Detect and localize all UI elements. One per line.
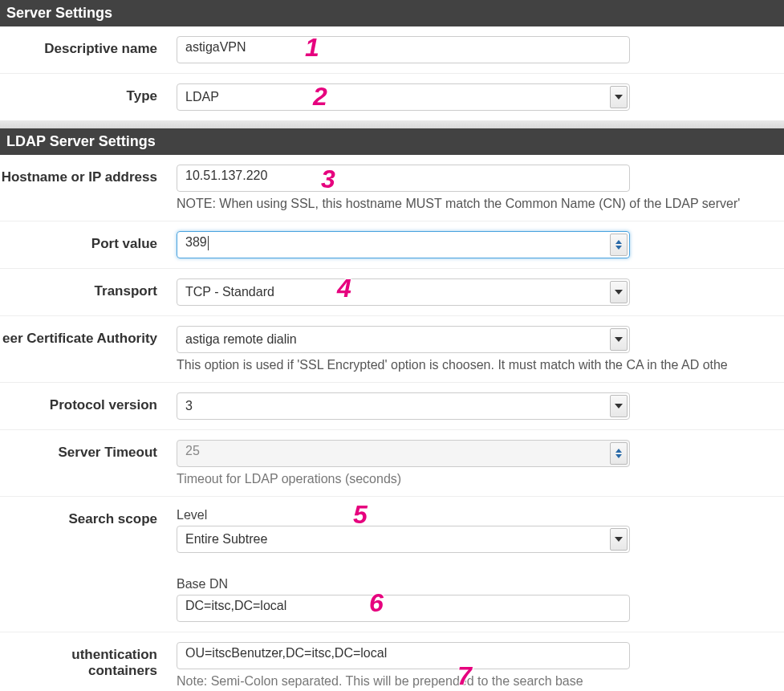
row-type: Type LDAP 2 — [0, 74, 784, 120]
spinner-icon[interactable] — [610, 234, 628, 256]
row-timeout: Server Timeout 25 Timeout for LDAP opera… — [0, 430, 784, 497]
spinner-icon[interactable] — [610, 442, 628, 465]
auth-containers-help: Note: Semi-Colon separated. This will be… — [177, 674, 778, 689]
type-select-value: LDAP — [185, 90, 219, 104]
transport-select[interactable]: TCP - Standard — [177, 278, 630, 306]
label-timeout: Server Timeout — [0, 440, 177, 461]
hostname-input[interactable]: 10.51.137.220 — [177, 165, 630, 192]
row-descriptive-name: Descriptive name astigaVPN 1 — [0, 26, 784, 74]
row-search-scope: Search scope Level Entire Subtree 5 Base… — [0, 497, 784, 632]
chevron-down-icon[interactable] — [610, 281, 628, 303]
label-descriptive-name: Descriptive name — [0, 36, 177, 57]
timeout-help: Timeout for LDAP operations (seconds) — [177, 472, 778, 486]
chevron-down-icon[interactable] — [610, 86, 628, 108]
label-hostname: Hostname or IP address — [0, 165, 177, 185]
peer-ca-help: This option is used if 'SSL Encrypted' o… — [177, 358, 778, 372]
label-peer-ca: eer Certificate Authority — [0, 326, 177, 347]
label-transport: Transport — [0, 278, 177, 299]
port-input[interactable]: 389 — [177, 231, 630, 258]
protocol-value: 3 — [185, 399, 193, 413]
port-value: 389 — [185, 235, 207, 249]
text-cursor — [208, 236, 209, 250]
hostname-help: NOTE: When using SSL, this hostname MUST… — [177, 197, 778, 211]
level-select[interactable]: Entire Subtree — [177, 526, 630, 553]
protocol-select[interactable]: 3 — [177, 392, 630, 420]
chevron-down-icon[interactable] — [610, 328, 628, 351]
chevron-down-icon[interactable] — [610, 528, 628, 551]
label-type: Type — [0, 83, 177, 104]
ldap-server-settings-header: LDAP Server Settings — [0, 128, 784, 155]
timeout-value: 25 — [185, 444, 200, 457]
descriptive-name-input[interactable]: astigaVPN — [177, 36, 630, 63]
label-search-scope: Search scope — [0, 506, 177, 527]
timeout-input[interactable]: 25 — [177, 440, 630, 467]
row-peer-ca: eer Certificate Authority astiga remote … — [0, 316, 784, 383]
type-select[interactable]: LDAP — [177, 83, 630, 111]
row-transport: Transport TCP - Standard 4 — [0, 269, 784, 316]
section-divider — [0, 120, 784, 128]
chevron-down-icon[interactable] — [610, 395, 628, 417]
basedn-input[interactable]: DC=itsc,DC=local — [177, 595, 630, 622]
row-port: Port value 389 — [0, 222, 784, 269]
label-protocol: Protocol version — [0, 392, 177, 413]
peer-ca-value: astiga remote dialin — [185, 332, 297, 347]
row-protocol: Protocol version 3 — [0, 383, 784, 430]
row-auth-containers: uthentication containers OU=itscBenutzer… — [0, 632, 784, 689]
level-value: Entire Subtree — [185, 532, 267, 547]
server-settings-header: Server Settings — [0, 0, 784, 26]
peer-ca-select[interactable]: astiga remote dialin — [177, 326, 630, 353]
level-sublabel: Level — [177, 508, 778, 522]
transport-value: TCP - Standard — [185, 285, 274, 299]
label-port: Port value — [0, 231, 177, 252]
label-auth-containers: uthentication containers — [0, 642, 177, 679]
row-hostname: Hostname or IP address 10.51.137.220 NOT… — [0, 155, 784, 222]
auth-containers-input[interactable]: OU=itscBenutzer,DC=itsc,DC=local — [177, 642, 630, 669]
basedn-sublabel: Base DN — [177, 577, 778, 591]
